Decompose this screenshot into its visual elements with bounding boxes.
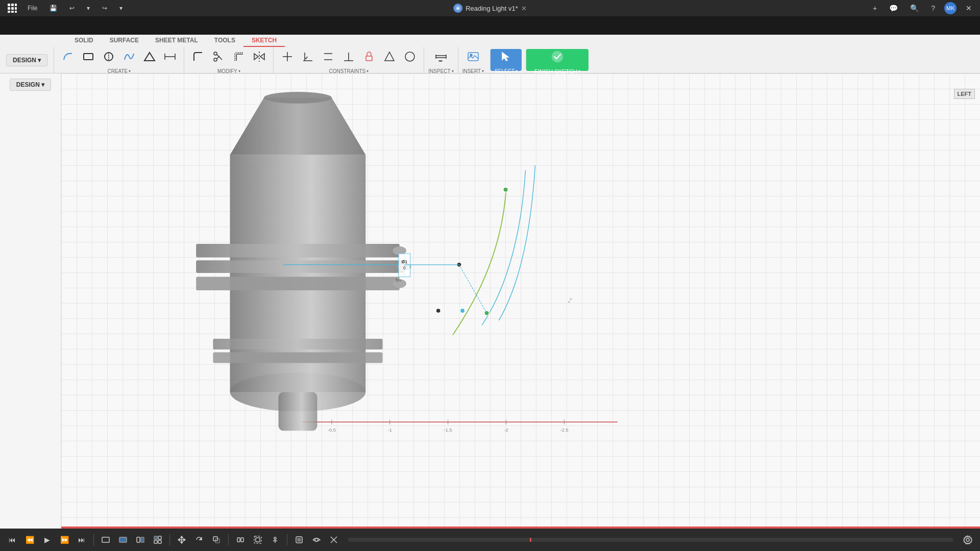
svg-rect-47	[196, 244, 400, 258]
dimension-tool[interactable]	[160, 46, 180, 67]
svg-rect-82	[102, 537, 109, 542]
toolbar-divider-2	[169, 534, 170, 545]
undo-button[interactable]: ↩	[65, 2, 79, 15]
search-icon[interactable]: 🔍	[907, 3, 922, 13]
anchor-tool[interactable]	[268, 533, 282, 547]
select-tool[interactable]	[497, 46, 516, 67]
svg-rect-107	[298, 538, 301, 541]
finish-sketch-button[interactable]	[551, 46, 564, 67]
insert-tools	[463, 46, 483, 67]
skip-start-button[interactable]: ⏮	[5, 533, 19, 547]
lock-constraint[interactable]	[359, 46, 379, 67]
design-dropdown[interactable]: DESIGN ▾	[10, 79, 51, 91]
arc-tool[interactable]	[58, 46, 78, 67]
svg-rect-101	[254, 536, 261, 543]
fix-constraint[interactable]	[278, 46, 297, 67]
svg-text:-0.5: -0.5	[328, 427, 336, 433]
svg-rect-51	[196, 277, 400, 291]
angle-constraint[interactable]	[298, 46, 317, 67]
3d-viewport: Ø1 0 fx= -0.5 -1 -1.5 -2 -2.5	[61, 73, 980, 529]
rectangle-tool[interactable]	[79, 46, 98, 67]
add-tab-button[interactable]: +	[870, 3, 880, 13]
fillet-tool[interactable]	[188, 46, 208, 67]
tab-surface[interactable]: SURFACE	[102, 35, 147, 47]
close-document-icon[interactable]: ✕	[521, 5, 527, 12]
component-tool[interactable]	[233, 533, 248, 547]
finish-sketch-section: FINISH SKETCH ▾	[526, 49, 589, 71]
svg-point-42	[552, 51, 563, 62]
svg-text:-2.5: -2.5	[560, 427, 568, 433]
undo-dropdown[interactable]: ▾	[83, 2, 94, 15]
file-menu[interactable]: File	[23, 2, 41, 15]
redo-button[interactable]: ↪	[98, 2, 111, 15]
timeline-scrubber[interactable]	[348, 538, 953, 542]
modify-section: MODIFY ▾	[184, 47, 273, 73]
close-window-button[interactable]: ✕	[963, 3, 975, 13]
trim-tool[interactable]	[209, 46, 228, 67]
modify-tools	[188, 46, 269, 67]
viewcube-left-label[interactable]: LEFT	[954, 89, 975, 99]
offset-tool[interactable]	[229, 46, 249, 67]
svg-rect-0	[8, 4, 10, 6]
rotate-tool[interactable]	[192, 533, 206, 547]
triangle-tool[interactable]	[140, 46, 159, 67]
svg-rect-54	[213, 353, 382, 363]
spline-tool[interactable]	[119, 46, 139, 67]
frame-filled-tool[interactable]	[116, 533, 130, 547]
next-frame-button[interactable]: ⏩	[57, 533, 71, 547]
constraints-tools	[278, 46, 420, 67]
svg-line-19	[217, 55, 223, 60]
tab-sheet-metal[interactable]: SHEET METAL	[147, 35, 206, 47]
design-button[interactable]: DESIGN ▾	[6, 54, 47, 66]
frame-outline-tool[interactable]	[99, 533, 113, 547]
svg-marker-93	[181, 542, 183, 543]
svg-rect-102	[256, 538, 260, 542]
insert-image-tool[interactable]	[463, 46, 483, 67]
isolate-tool[interactable]	[292, 533, 306, 547]
move-tool[interactable]	[175, 533, 189, 547]
triangle-constraint[interactable]	[380, 46, 399, 67]
svg-rect-10	[84, 54, 93, 60]
circle-tool[interactable]	[99, 46, 118, 67]
svg-text:0: 0	[403, 265, 406, 270]
group-tool[interactable]	[251, 533, 265, 547]
canvas[interactable]: Ø1 0 fx= -0.5 -1 -1.5 -2 -2.5	[61, 73, 980, 529]
svg-rect-8	[15, 11, 17, 13]
tab-sketch[interactable]: SKETCH	[243, 35, 285, 47]
frame-quad-tool[interactable]	[151, 533, 165, 547]
skip-end-button[interactable]: ⏭	[75, 533, 89, 547]
settings-gear-button[interactable]	[961, 533, 975, 547]
user-avatar[interactable]: MK	[944, 2, 957, 14]
finish-sketch-tools	[551, 46, 564, 67]
parallel-constraint[interactable]	[318, 46, 338, 67]
visibility-tool[interactable]	[309, 533, 324, 547]
prev-frame-button[interactable]: ⏪	[22, 533, 37, 547]
svg-line-67	[459, 265, 486, 313]
dimension-inspect-tool[interactable]: ---	[431, 46, 451, 67]
toolbar-content: DESIGN ▾	[0, 47, 980, 73]
tab-solid[interactable]: SOLID	[66, 35, 102, 47]
redo-dropdown[interactable]: ▾	[115, 2, 127, 15]
save-button[interactable]: 💾	[45, 2, 61, 15]
marker-tool[interactable]	[327, 533, 341, 547]
inspect-section: --- INSPECT ▾	[424, 47, 457, 73]
scale-tool[interactable]	[209, 533, 224, 547]
circle-constraint[interactable]	[400, 46, 420, 67]
play-button[interactable]: ▶	[40, 533, 54, 547]
toolbar-divider-1	[93, 534, 94, 545]
svg-text:-1.5: -1.5	[444, 427, 452, 433]
app-menu-icon[interactable]	[5, 1, 19, 15]
titlebar: File 💾 ↩ ▾ ↪ ▾ Reading Light v1* ✕ + 💬 🔍…	[0, 0, 980, 16]
svg-rect-100	[241, 538, 243, 542]
tab-tools[interactable]: TOOLS	[206, 35, 243, 47]
design-section: DESIGN ▾	[0, 47, 54, 73]
perp-constraint[interactable]	[339, 46, 358, 67]
comment-icon[interactable]: 💬	[886, 3, 901, 13]
svg-point-65	[460, 308, 464, 313]
titlebar-left: File 💾 ↩ ▾ ↪ ▾	[5, 1, 127, 15]
frame-split-tool[interactable]	[133, 533, 148, 547]
svg-rect-89	[158, 540, 161, 543]
help-icon[interactable]: ?	[928, 3, 938, 13]
toolbar-divider-4	[287, 534, 287, 545]
mirror-tool[interactable]	[250, 46, 269, 67]
